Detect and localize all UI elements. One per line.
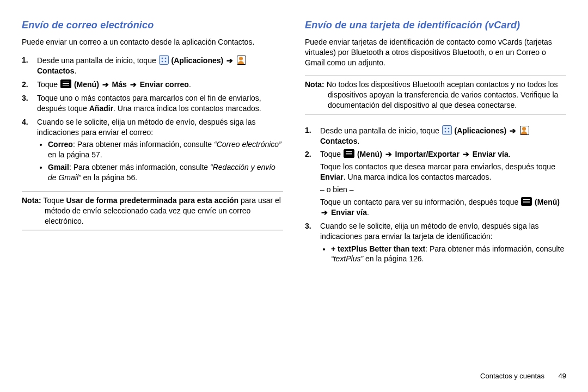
contacts-label: Contactos [320, 137, 357, 145]
enviar-via-label: Enviar vía [473, 150, 509, 158]
arrow-icon: ➔ [130, 80, 137, 89]
menu-label: (Menú) [74, 80, 99, 89]
step-number: 4. [22, 117, 28, 127]
manual-page: Envío de correo electrónico Puede enviar… [0, 0, 588, 392]
bullet-correo: Correo: Para obtener más información, co… [48, 139, 283, 160]
page-number: 49 [559, 372, 566, 380]
period: . [189, 80, 191, 89]
step-number: 1. [305, 125, 311, 136]
bullet-label: + textPlus Better than text [331, 244, 425, 253]
arrow-icon: ➔ [226, 56, 233, 65]
step-2-para: Toque los contactos que desea marcar par… [320, 162, 566, 182]
right-steps: 1. Desde una pantalla de inicio, toque (… [305, 122, 566, 268]
cross-ref: “Correo electrónico” [214, 140, 281, 149]
left-steps: 1. Desde una pantalla de inicio, toque (… [22, 52, 283, 186]
bullet-label: Correo [48, 140, 73, 149]
menu-icon [344, 149, 354, 158]
left-intro: Puede enviar un correo a un contacto des… [22, 37, 283, 47]
menu-icon [521, 197, 532, 206]
enviar-label: Enviar [320, 173, 344, 181]
note-text: Toque [41, 196, 66, 205]
enviar-via-label: Enviar vía [331, 208, 367, 217]
step-2-alt: Toque un contacto para ver su informació… [320, 197, 566, 218]
or-divider: – o bien – [320, 185, 566, 195]
note-text: No todos los dispositivos Bluetooth acep… [324, 80, 559, 109]
left-note: Nota: Toque Usar de forma predeterminada… [22, 192, 283, 230]
left-step-2: 2. Toque (Menú) ➔ Más ➔ Enviar correo. [22, 79, 283, 90]
right-step-2: 2. Toque (Menú) ➔ Importar/Exportar ➔ En… [305, 149, 566, 217]
note-label: Nota: [22, 196, 41, 205]
arrow-icon: ➔ [510, 126, 516, 135]
apps-label: (Aplicaciones) [455, 126, 507, 135]
right-step-3-bullets: + textPlus Better than text: Para obtene… [320, 244, 566, 265]
mas-label: Más [112, 80, 127, 89]
bullet-text: : Para obtener más información, consulte [69, 163, 210, 171]
left-step-3: 3. Toque uno o más contactos para marcar… [22, 93, 283, 114]
arrow-icon: ➔ [102, 80, 109, 89]
left-step-4-bullets: Correo: Para obtener más información, co… [37, 139, 283, 183]
left-step-1: 1. Desde una pantalla de inicio, toque (… [22, 55, 283, 76]
left-column: Envío de correo electrónico Puede enviar… [22, 16, 283, 369]
step-text: Toque [37, 80, 60, 89]
step-number: 2. [305, 149, 311, 160]
step-text: Desde una pantalla de inicio, toque [320, 126, 442, 135]
right-step-3: 3. Cuando se le solicite, elija un métod… [305, 221, 566, 265]
bullet-gmail: Gmail: Para obtener más información, con… [48, 162, 283, 183]
apps-icon [442, 125, 452, 135]
bullet-textplus: + textPlus Better than text: Para obtene… [331, 244, 566, 265]
arrow-icon: ➔ [463, 150, 469, 158]
period: . [357, 137, 359, 145]
step-number: 3. [22, 93, 28, 103]
enviar-correo-label: Enviar correo [140, 80, 189, 89]
anadir-label: Añadir [89, 104, 113, 113]
two-column-layout: Envío de correo electrónico Puede enviar… [22, 16, 566, 369]
bullet-text-cont: en la página 56. [81, 173, 138, 182]
right-note-1: Nota: No todos los dispositivos Bluetoot… [305, 76, 566, 114]
bullet-text-cont: en la página 57. [48, 150, 102, 159]
footer-section: Contactos y cuentas [480, 372, 544, 380]
note-bold: Usar de forma predeterminada para esta a… [66, 196, 238, 205]
note-label: Nota: [305, 80, 324, 89]
contacts-label: Contactos [37, 66, 74, 75]
right-heading: Envío de una tarjeta de identificación (… [305, 19, 566, 32]
contact-icon [520, 126, 529, 135]
left-heading: Envío de correo electrónico [22, 19, 283, 32]
bullet-text-cont: en la página 126. [363, 254, 424, 263]
step-text: Toque los contactos que desea marcar par… [320, 162, 555, 171]
apps-label: (Aplicaciones) [171, 56, 224, 65]
cross-ref: “textPlus” [331, 254, 363, 263]
menu-icon [60, 79, 71, 88]
step-text: Toque [320, 150, 343, 158]
period: . [509, 150, 511, 158]
step-text: Cuando se le solicite, elija un método d… [37, 118, 256, 137]
step-text-cont: . Una marca indica los contactos marcado… [113, 104, 261, 113]
step-number: 2. [22, 79, 28, 90]
arrow-icon: ➔ [321, 208, 328, 217]
menu-label: (Menú) [357, 150, 382, 158]
bullet-text: : Para obtener más información, consulte [425, 244, 564, 253]
menu-label: (Menú) [535, 198, 560, 206]
step-text: Desde una pantalla de inicio, toque [37, 56, 158, 65]
left-step-4: 4. Cuando se le solicite, elija un métod… [22, 117, 283, 183]
page-footer: Contactos y cuentas 49 [22, 369, 566, 381]
contact-icon [237, 56, 246, 65]
period: . [367, 208, 369, 217]
right-column: Envío de una tarjeta de identificación (… [305, 16, 566, 369]
right-step-1: 1. Desde una pantalla de inicio, toque (… [305, 125, 566, 146]
step-text: Toque un contacto para ver su informació… [320, 198, 520, 206]
right-intro: Puede enviar tarjetas de identificación … [305, 37, 566, 68]
step-number: 1. [22, 55, 28, 65]
step-text-cont: . Una marca indica los contactos marcado… [344, 173, 492, 181]
bullet-text: : Para obtener más información, consulte [73, 140, 214, 149]
apps-icon [159, 55, 169, 65]
step-number: 3. [305, 221, 311, 231]
step-text: Cuando se le solicite, elija un método d… [320, 222, 539, 241]
period: . [74, 66, 76, 75]
importar-exportar-label: Importar/Exportar [395, 150, 460, 158]
bullet-label: Gmail [48, 163, 69, 171]
arrow-icon: ➔ [385, 150, 392, 158]
